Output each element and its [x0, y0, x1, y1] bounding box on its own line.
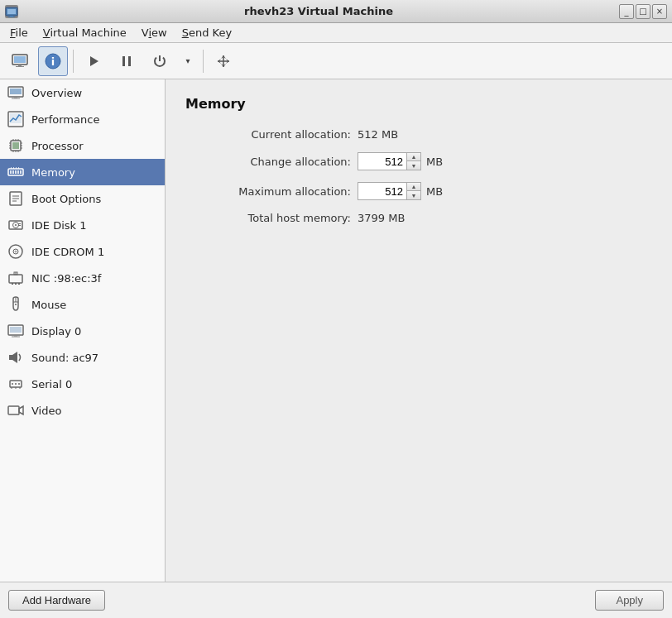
current-allocation-label: Current allocation:	[185, 128, 351, 141]
sidebar-item-processor[interactable]: Processor	[0, 132, 165, 159]
current-allocation-value: 512 MB	[358, 128, 398, 141]
maximum-allocation-spinbox: ▲ ▼ MB	[358, 182, 443, 200]
sidebar-item-video-label: Video	[31, 405, 61, 417]
svg-rect-36	[10, 170, 12, 174]
run-button[interactable]	[79, 46, 108, 76]
sidebar-item-display-0-label: Display 0	[31, 325, 81, 338]
svg-rect-39	[17, 170, 19, 174]
menu-send-key[interactable]: Send Key	[175, 25, 238, 41]
boot-icon	[7, 189, 25, 208]
svg-rect-41	[11, 167, 12, 169]
display-icon	[7, 322, 25, 340]
cdrom-icon	[7, 242, 25, 261]
overview-icon	[7, 84, 25, 102]
sidebar-item-mouse[interactable]: Mouse	[0, 291, 165, 318]
svg-rect-53	[18, 225, 21, 226]
add-hardware-button[interactable]: Add Hardware	[8, 590, 105, 611]
bottom-bar: Add Hardware Apply	[0, 582, 672, 618]
menu-file[interactable]: File	[3, 25, 35, 41]
power-button[interactable]	[145, 46, 175, 76]
sidebar-item-performance[interactable]: Performance	[0, 106, 165, 132]
svg-rect-67	[10, 327, 22, 333]
minimize-button[interactable]: _	[619, 4, 634, 19]
svg-rect-6	[18, 65, 22, 66]
performance-icon	[7, 110, 25, 128]
monitor-button[interactable]	[5, 46, 35, 76]
apply-label: Apply	[616, 594, 643, 606]
ide-disk-icon	[7, 216, 25, 234]
change-allocation-decrement[interactable]: ▼	[407, 161, 420, 170]
svg-point-73	[15, 383, 17, 385]
sidebar-item-sound[interactable]: Sound: ac97	[0, 344, 165, 371]
change-allocation-input[interactable]	[358, 152, 407, 170]
total-host-memory-row: Total host memory: 3799 MB	[185, 212, 652, 224]
add-hardware-label: Add Hardware	[22, 594, 91, 606]
pause-button[interactable]	[112, 46, 142, 76]
svg-rect-17	[14, 97, 17, 98]
svg-rect-40	[20, 170, 22, 174]
svg-rect-78	[8, 406, 19, 414]
maximum-allocation-input[interactable]	[358, 182, 407, 200]
svg-text:i: i	[51, 55, 55, 67]
sidebar-item-sound-label: Sound: ac97	[31, 352, 98, 364]
titlebar: rhevh23 Virtual Machine _ □ ×	[0, 0, 672, 23]
sidebar-item-nic[interactable]: NIC :98:ec:3f	[0, 265, 165, 291]
total-host-memory-label: Total host memory:	[185, 212, 351, 224]
sidebar-item-overview-label: Overview	[31, 87, 82, 99]
move-button[interactable]	[209, 46, 238, 76]
change-allocation-row: Change allocation: ▲ ▼ MB	[185, 152, 652, 170]
change-allocation-label: Change allocation:	[185, 156, 351, 168]
svg-rect-37	[12, 170, 14, 174]
sidebar-item-ide-cdrom-1-label: IDE CDROM 1	[31, 246, 104, 258]
app-icon	[5, 5, 18, 18]
change-allocation-increment[interactable]: ▲	[407, 153, 420, 161]
toolbar-separator-1	[73, 50, 74, 73]
detail-title: Memory	[185, 96, 652, 112]
svg-rect-68	[14, 335, 17, 337]
close-button[interactable]: ×	[652, 4, 667, 19]
total-host-memory-value: 3799 MB	[358, 212, 405, 224]
window-controls: _ □ ×	[619, 4, 667, 19]
sidebar-item-boot-options[interactable]: Boot Options	[0, 185, 165, 212]
change-allocation-spinbox: ▲ ▼ MB	[358, 152, 443, 170]
sidebar-item-serial-0[interactable]: Serial 0	[0, 371, 165, 397]
sidebar-item-processor-label: Processor	[31, 140, 84, 152]
svg-point-74	[18, 383, 20, 385]
svg-rect-43	[16, 167, 17, 169]
window-title: rhevh23 Virtual Machine	[18, 5, 619, 17]
svg-rect-11	[122, 56, 125, 66]
mouse-icon	[7, 295, 25, 314]
nic-icon	[7, 269, 25, 287]
menu-virtual-machine[interactable]: Virtual Machine	[36, 25, 133, 41]
sidebar-item-ide-cdrom-1[interactable]: IDE CDROM 1	[0, 238, 165, 265]
menu-view[interactable]: View	[135, 25, 174, 41]
apply-button[interactable]: Apply	[595, 590, 664, 611]
processor-icon	[7, 137, 25, 155]
svg-rect-42	[13, 167, 14, 169]
sidebar-item-video[interactable]: Video	[0, 397, 165, 424]
svg-rect-16	[10, 89, 22, 94]
memory-icon	[7, 163, 25, 181]
sidebar-item-nic-label: NIC :98:ec:3f	[31, 272, 101, 285]
sidebar-item-mouse-label: Mouse	[31, 299, 66, 311]
svg-rect-3	[8, 17, 15, 17]
main-content: Overview Performance	[0, 79, 672, 582]
svg-rect-58	[12, 283, 13, 285]
maximize-button[interactable]: □	[636, 4, 650, 19]
sidebar-item-ide-disk-1[interactable]: IDE Disk 1	[0, 212, 165, 238]
toolbar: i ▾	[0, 43, 672, 79]
svg-rect-38	[15, 170, 17, 174]
svg-rect-2	[10, 16, 13, 17]
power-dropdown-button[interactable]: ▾	[178, 46, 198, 76]
sidebar: Overview Performance	[0, 79, 166, 582]
maximum-allocation-decrement[interactable]: ▼	[407, 191, 420, 199]
sidebar-item-memory[interactable]: Memory	[0, 159, 165, 185]
info-button[interactable]: i	[38, 46, 68, 76]
sidebar-item-overview[interactable]: Overview	[0, 79, 165, 106]
svg-rect-44	[18, 167, 19, 169]
sidebar-item-display-0[interactable]: Display 0	[0, 318, 165, 344]
serial-icon	[7, 375, 25, 393]
maximum-allocation-unit: MB	[426, 185, 443, 198]
maximum-allocation-increment[interactable]: ▲	[407, 183, 420, 191]
svg-rect-1	[7, 9, 16, 14]
